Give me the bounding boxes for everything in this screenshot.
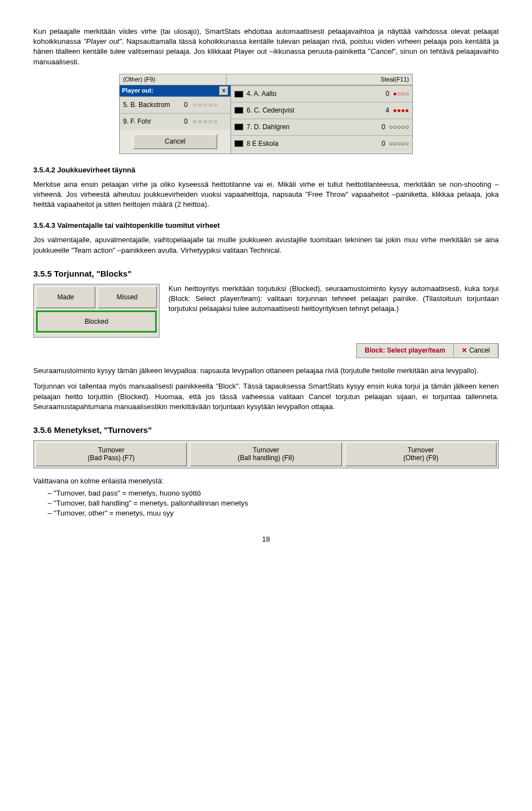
intro-text-b: "Player out" xyxy=(84,37,122,45)
player-out-titlebar: Player out: × xyxy=(120,85,231,96)
player-out-title: Player out: xyxy=(122,86,154,95)
window-top-bar: (Other) (F9) Steal(F11) xyxy=(119,74,413,85)
window-top-left: (Other) (F9) xyxy=(120,74,227,85)
player-name: 4. A. Aalto xyxy=(247,89,277,99)
turnover-list: "Turnover, bad pass" = menetys, huono sy… xyxy=(33,488,499,519)
player-out-left-pane: Player out: × 5. B. Backstrom 0 ○○○○○ 9.… xyxy=(120,85,231,153)
flag-icon xyxy=(234,91,243,98)
player-out-right-pane: 4. A. Aalto 0 ●○○○ 6. C. Cederqvist 4 ●●… xyxy=(231,85,412,153)
block-select-bar: Block: Select player/team✕Cancel xyxy=(356,343,499,358)
turnover-list-title: Valittavana on kolme erilaista menetystä… xyxy=(33,476,499,486)
sec3542-paragraph: Merkitse aina ensin pelaajan virhe ja ol… xyxy=(33,180,499,210)
player-name: 6. C. Cederqvist xyxy=(247,106,294,115)
player-fouls: 0 xyxy=(184,117,193,126)
block-cancel-label: Cancel xyxy=(469,346,490,354)
intro-text-d: Cancel xyxy=(371,47,393,55)
player-fouls: 0 xyxy=(184,100,193,110)
foul-circles: ○○○○○ xyxy=(193,100,218,110)
foul-dots: ●○○○ xyxy=(393,90,409,98)
sec3543-paragraph: Jos valmentajalle, apuvalmentajalle, vai… xyxy=(33,235,499,255)
cancel-x-icon: ✕ xyxy=(462,346,467,354)
foul-dots: ○○○○○ xyxy=(389,140,409,147)
player-name: 7. D. Dahlgren xyxy=(247,123,289,132)
flag-icon xyxy=(234,107,243,114)
list-item: "Turnover, ball handling" = menetys, pal… xyxy=(48,498,499,508)
made-button[interactable]: Made xyxy=(36,287,95,308)
heading-3-5-4-2: 3.5.4.2 Joukkuevirheet täynnä xyxy=(33,165,499,175)
player-name: 5. B. Backstrom xyxy=(123,100,184,110)
missed-button[interactable]: Missed xyxy=(98,287,157,308)
list-item: "Turnover, bad pass" = menetys, huono sy… xyxy=(48,488,499,498)
sec355-paragraph-2: Seuraamustoiminto kysyy tämän jälkeen le… xyxy=(33,366,499,376)
flag-icon xyxy=(234,124,243,130)
window-top-right: Steal(F11) xyxy=(227,74,412,85)
heading-3-5-5: 3.5.5 Torjunnat, "Blocks" xyxy=(33,268,499,279)
bench-player-row[interactable]: 5. B. Backstrom 0 ○○○○○ xyxy=(120,96,231,113)
player-fouls: 0 xyxy=(381,140,385,147)
heading-3-5-6: 3.5.6 Menetykset, "Turnovers" xyxy=(33,424,499,436)
turnover-bad-pass-button[interactable]: Turnover (Bad Pass) (F7) xyxy=(35,442,187,466)
page-number: 18 xyxy=(33,534,499,544)
player-fouls: 4 xyxy=(386,106,390,114)
heading-3-5-4-3: 3.5.4.3 Valmentajalle tai vaihtopenkille… xyxy=(33,221,499,231)
player-name: 8 E Eskola xyxy=(247,139,278,149)
blocked-button[interactable]: Blocked xyxy=(36,310,157,333)
shot-result-panel: Made Missed Blocked xyxy=(33,284,160,338)
court-player-row[interactable]: 6. C. Cederqvist 4 ●●●● xyxy=(231,102,412,119)
player-name: 9. F. Fohr xyxy=(123,117,184,126)
turnover-ball-handling-button[interactable]: Turnover (Ball handling) (F8) xyxy=(190,442,341,466)
intro-paragraph: Kun pelaajalle merkitään viides virhe (t… xyxy=(33,27,499,67)
sec355-paragraph-3: Torjunnan voi tallentaa myös manuaalises… xyxy=(33,381,499,412)
court-player-row[interactable]: 7. D. Dahlgren 0 ○○○○○ xyxy=(231,119,412,135)
turnover-other-button[interactable]: Turnover (Other) (F9) xyxy=(345,442,497,466)
foul-dots: ●●●● xyxy=(393,106,409,114)
court-player-row[interactable]: 4. A. Aalto 0 ●○○○ xyxy=(231,85,412,102)
court-player-row[interactable]: 8 E Eskola 0 ○○○○○ xyxy=(231,135,412,152)
foul-circles: ○○○○○ xyxy=(193,117,218,126)
flag-icon xyxy=(234,140,243,147)
close-icon[interactable]: × xyxy=(219,86,228,95)
block-cancel-button[interactable]: ✕Cancel xyxy=(454,344,498,358)
bench-player-row[interactable]: 9. F. Fohr 0 ○○○○○ xyxy=(120,113,231,130)
player-out-dialog: (Other) (F9) Steal(F11) Player out: × 5.… xyxy=(119,74,413,154)
block-select-label: Block: Select player/team xyxy=(357,344,453,358)
player-fouls: 0 xyxy=(381,123,385,131)
list-item: "Turnover, other" = menetys, muu syy xyxy=(48,508,499,518)
foul-dots: ○○○○○ xyxy=(389,123,409,131)
player-fouls: 0 xyxy=(386,90,390,98)
cancel-button[interactable]: Cancel xyxy=(133,134,217,149)
turnover-button-bar: Turnover (Bad Pass) (F7) Turnover (Ball … xyxy=(33,440,499,468)
